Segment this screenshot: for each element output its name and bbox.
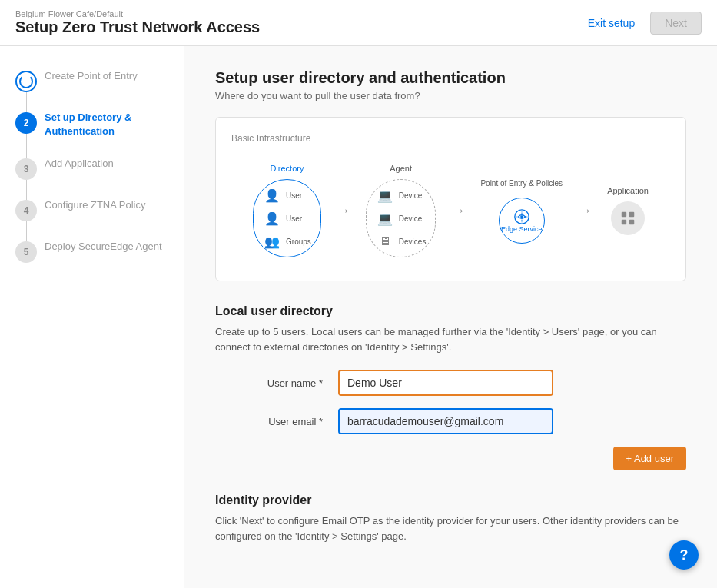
sidebar: Create Point of Entry 2 Set up Directory… [0, 46, 184, 588]
device-icon-1: 💻 [376, 186, 394, 204]
app-header: Belgium Flower Cafe/Default Setup Zero T… [0, 0, 717, 46]
svg-rect-5 [629, 220, 634, 224]
identity-provider-title: Identity provider [215, 493, 686, 507]
breadcrumb: Belgium Flower Cafe/Default [15, 9, 260, 18]
help-icon: ? [680, 547, 689, 563]
username-input[interactable] [338, 370, 553, 396]
groups-icon: 👥 [263, 232, 281, 251]
step2-circle: 2 [15, 112, 37, 134]
step5-label: Deploy SecureEdge Agent [45, 240, 162, 254]
svg-rect-4 [622, 220, 626, 224]
device-row-1: 💻 Device [376, 186, 427, 204]
app-circle [611, 201, 645, 235]
main-content: Create Point of Entry 2 Set up Directory… [0, 46, 717, 588]
useremail-input[interactable] [338, 408, 553, 434]
arrow-1: → [337, 203, 350, 219]
user-label-2: User [286, 214, 302, 223]
edge-service-circle: Edge Service [499, 198, 545, 244]
sidebar-item-step4: 4 Configure ZTNA Policy [15, 198, 168, 221]
svg-point-1 [520, 215, 523, 218]
exit-setup-button[interactable]: Exit setup [580, 12, 642, 34]
edge-service-icon [513, 208, 530, 225]
devices-row: 🖥 Devices [376, 232, 427, 251]
sidebar-item-step5: 5 Deploy SecureEdge Agent [15, 240, 168, 263]
user-icon-1: 👤 [263, 186, 281, 204]
poi-group: Point of Entry & Policies Edge Service [480, 178, 563, 244]
useremail-row: User email * [215, 408, 686, 434]
user-label-1: User [286, 191, 302, 200]
application-title: Application [607, 186, 649, 195]
user-row-2: 👤 User [263, 209, 302, 228]
diagram-area: Directory 👤 User 👤 User 👥 [231, 156, 670, 265]
step3-label: Add Application [45, 157, 114, 171]
next-button[interactable]: Next [650, 12, 702, 35]
identity-provider-desc: Click 'Next' to configure Email OTP as t… [215, 513, 686, 543]
step2-label: Set up Directory & Authentication [45, 111, 168, 138]
user-row-1: 👤 User [263, 186, 302, 204]
username-label: User name * [215, 377, 338, 389]
sidebar-item-step1: Create Point of Entry [15, 69, 168, 92]
add-user-button[interactable]: + Add user [613, 447, 686, 470]
agent-title: Agent [390, 164, 412, 173]
diagram-label: Basic Infrastructure [231, 133, 670, 144]
app-grid-icon [619, 210, 636, 227]
help-button[interactable]: ? [669, 540, 699, 570]
devices-label: Devices [399, 238, 427, 246]
header-actions: Exit setup Next [580, 12, 702, 35]
devices-icon: 🖥 [376, 232, 394, 251]
device-label-2: Device [399, 214, 423, 223]
content-title: Setup user directory and authentication [215, 69, 686, 87]
sidebar-item-step3: 3 Add Application [15, 157, 168, 180]
device-row-2: 💻 Device [376, 209, 427, 228]
local-directory-desc: Create up to 5 users. Local users can be… [215, 324, 686, 354]
step3-circle: 3 [15, 158, 37, 180]
local-directory-title: Local user directory [215, 304, 686, 318]
device-label-1: Device [399, 191, 423, 200]
directory-ellipse: 👤 User 👤 User 👥 Groups [253, 179, 321, 257]
page-title: Setup Zero Trust Network Access [15, 18, 260, 36]
svg-rect-3 [629, 212, 634, 217]
groups-label: Groups [286, 238, 311, 246]
arrow-3: → [578, 203, 592, 219]
content-area: Setup user directory and authentication … [184, 46, 717, 588]
application-group: Application [607, 186, 649, 235]
edge-service-outer: Edge Service [499, 198, 545, 244]
local-directory-section: Local user directory Create up to 5 user… [215, 304, 686, 470]
username-row: User name * [215, 370, 686, 396]
step4-label: Configure ZTNA Policy [45, 198, 146, 212]
content-subtitle: Where do you want to pull the user data … [215, 90, 686, 101]
useremail-label: User email * [215, 416, 338, 427]
directory-title: Directory [270, 164, 304, 173]
user-icon-2: 👤 [263, 209, 281, 228]
step5-circle: 5 [15, 241, 37, 263]
agent-box: 💻 Device 💻 Device 🖥 Devices [366, 179, 437, 257]
identity-provider-section: Identity provider Click 'Next' to config… [215, 493, 686, 543]
agent-group: Agent 💻 Device 💻 Device 🖥 [366, 164, 437, 257]
device-icon-2: 💻 [376, 209, 394, 228]
sidebar-item-step2: 2 Set up Directory & Authentication [15, 111, 168, 138]
svg-rect-2 [622, 212, 626, 217]
edge-service-label: Edge Service [501, 225, 543, 233]
header-left: Belgium Flower Cafe/Default Setup Zero T… [15, 9, 260, 36]
arrow-2: → [451, 203, 465, 219]
step4-circle: 4 [15, 200, 37, 221]
step1-circle [15, 71, 37, 92]
diagram-card: Basic Infrastructure Directory 👤 User 👤 [215, 117, 686, 281]
step1-label: Create Point of Entry [45, 69, 138, 83]
poi-title: Point of Entry & Policies [480, 178, 563, 188]
groups-row: 👥 Groups [263, 232, 311, 251]
add-user-row: + Add user [215, 447, 686, 470]
directory-group: Directory 👤 User 👤 User 👥 [253, 164, 321, 257]
step1-spinner [19, 75, 33, 88]
